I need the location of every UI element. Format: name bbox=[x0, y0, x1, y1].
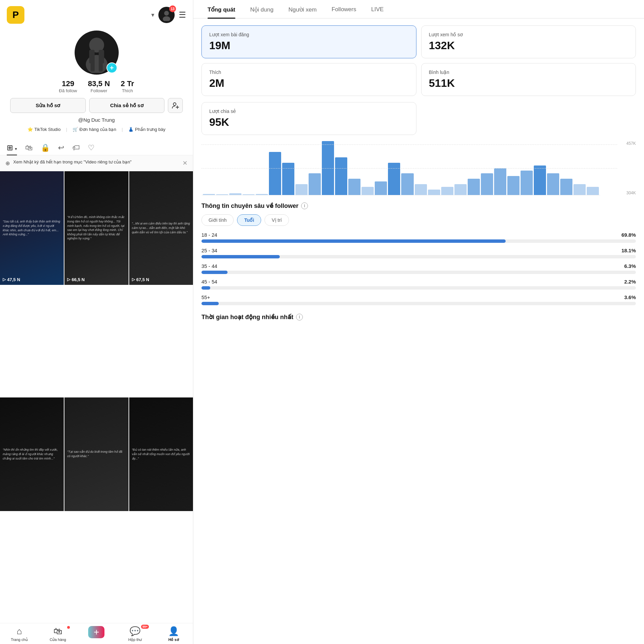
tab-noi-dung[interactable]: Nội dung bbox=[243, 0, 281, 18]
follower-section-title: Thông tin chuyên sâu về follower i bbox=[201, 202, 636, 210]
hamburger-icon[interactable]: ☰ bbox=[179, 10, 186, 20]
comments-card-value: 511K bbox=[429, 77, 628, 90]
chart-bar bbox=[242, 194, 255, 195]
chart-bar bbox=[481, 173, 493, 195]
chart-bar bbox=[309, 173, 321, 195]
info-icon[interactable]: i bbox=[301, 202, 308, 209]
tab-liked[interactable]: ♡ bbox=[88, 140, 95, 155]
profile-views-value: 132K bbox=[429, 39, 628, 52]
video-text-4: "Nhìn thì ổn những tìm thì đây vết xước,… bbox=[3, 448, 61, 461]
age-bar-row: 55+ 3.6% bbox=[201, 294, 636, 305]
p-logo: P bbox=[7, 6, 24, 24]
tab-tong-quat[interactable]: Tổng quát bbox=[200, 0, 243, 18]
views-card-value: 19M bbox=[209, 39, 409, 52]
play-icon-3: ▷ bbox=[132, 277, 135, 282]
filter-age[interactable]: Tuổi bbox=[237, 214, 261, 226]
lock-icon: 🔒 bbox=[41, 143, 50, 152]
video-count-2: ▷ 66,5 N bbox=[67, 277, 84, 282]
video-cell-2[interactable]: "Kể từ hôm đó, mình không còn thắc mắc t… bbox=[64, 171, 128, 285]
tab-nguoi-xem[interactable]: Người xem bbox=[281, 0, 324, 18]
svg-point-0 bbox=[164, 11, 169, 16]
nav-home-label: Trang chủ bbox=[11, 638, 28, 642]
shares-value: 95K bbox=[209, 116, 409, 129]
shares-label: Lượt chia sẻ bbox=[209, 109, 409, 114]
age-bar-track bbox=[201, 302, 636, 305]
filter-gender[interactable]: Giới tính bbox=[201, 214, 234, 226]
tab-locked[interactable]: 🔒 bbox=[41, 140, 50, 155]
notification-badge: 13 bbox=[169, 5, 176, 12]
svg-rect-4 bbox=[89, 50, 95, 63]
tab-shop[interactable]: 🛍 bbox=[25, 140, 33, 155]
nav-shop[interactable]: 🛍 Cửa hàng bbox=[39, 626, 77, 642]
filter-location[interactable]: Vị trí bbox=[265, 214, 289, 226]
profile-views-label: Lượt xem hồ sơ bbox=[429, 32, 628, 37]
likes-count: 2 Tr bbox=[121, 79, 134, 88]
create-button[interactable]: + bbox=[88, 626, 104, 638]
chevron-down-icon[interactable]: ▾ bbox=[151, 11, 154, 19]
svg-point-3 bbox=[86, 55, 108, 73]
notification-info-icon: ⊕ bbox=[5, 160, 10, 167]
nav-inbox[interactable]: 💬 99+ Hộp thư bbox=[116, 626, 154, 642]
age-bar-track bbox=[201, 271, 636, 274]
stat-card-likes: Thích 2M bbox=[201, 63, 416, 96]
share-profile-button[interactable]: Chia sẻ hồ sơ bbox=[89, 98, 165, 113]
nav-create[interactable]: + bbox=[77, 626, 116, 642]
video-cell-4[interactable]: "Nhìn thì ổn những tìm thì đây vết xước,… bbox=[0, 397, 64, 511]
followers-label: Follower bbox=[91, 88, 107, 93]
age-bar-row: 25 - 34 18.1% bbox=[201, 248, 636, 258]
header-right: ▾ 13 ☰ bbox=[151, 7, 186, 23]
separator-2: | bbox=[122, 127, 123, 132]
views-card-label: Lượt xem bài đăng bbox=[209, 32, 409, 37]
profile-nav-icon: 👤 bbox=[168, 626, 179, 637]
likes-card-value: 2M bbox=[209, 77, 409, 90]
age-bar-track bbox=[201, 255, 636, 258]
age-bar-row: 35 - 44 6.3% bbox=[201, 263, 636, 274]
video-cell-3[interactable]: "...khi ai em cảm điều trên tay thì anh … bbox=[129, 171, 193, 285]
age-bar-row: 18 - 24 69.8% bbox=[201, 232, 636, 243]
chart-bar bbox=[269, 152, 281, 195]
chart-bar bbox=[295, 184, 308, 195]
stat-following: 129 Đã follow bbox=[59, 79, 77, 93]
age-bar-header: 45 - 54 2.2% bbox=[201, 279, 636, 285]
chart-bar bbox=[428, 190, 440, 195]
shop-dot bbox=[67, 626, 70, 629]
orders-link[interactable]: 🛒 Đơn hàng của bạn bbox=[73, 127, 116, 132]
age-bar-track bbox=[201, 286, 636, 290]
tab-followers[interactable]: Followers bbox=[324, 0, 364, 18]
tab-repost[interactable]: ↩ bbox=[58, 140, 64, 155]
tab-tagged[interactable]: 🏷 bbox=[72, 140, 80, 155]
active-time-info-icon[interactable]: i bbox=[296, 314, 303, 320]
chart-bar bbox=[388, 163, 400, 195]
add-avatar-button[interactable]: + bbox=[106, 62, 117, 73]
age-bar-fill bbox=[201, 271, 228, 274]
video-cell-1[interactable]: "Sau tất cả, anh thấy bản thân anh không… bbox=[0, 171, 64, 285]
tab-live[interactable]: LIVE bbox=[364, 0, 391, 18]
tiktok-studio-link[interactable]: ⭐ TikTok Studio bbox=[27, 127, 61, 132]
showcase-link[interactable]: 👗 Phần trưng bày bbox=[128, 127, 165, 132]
chart-bar bbox=[401, 173, 413, 195]
edit-profile-button[interactable]: Sửa hồ sơ bbox=[10, 98, 86, 113]
video-count-1: ▷ 47,5 N bbox=[3, 277, 20, 282]
age-bar-fill bbox=[201, 255, 280, 258]
age-bars-container: 18 - 24 69.8% 25 - 34 18.1% 35 - 44 6.3% bbox=[201, 232, 636, 305]
chart-bar bbox=[507, 176, 520, 195]
nav-home[interactable]: ⌂ Trang chủ bbox=[0, 626, 39, 642]
tab-videos[interactable]: ⊞ ▾ bbox=[7, 140, 17, 155]
age-range: 45 - 54 bbox=[201, 279, 217, 285]
person-add-icon bbox=[172, 102, 179, 109]
shop-nav-icon: 🛍 bbox=[54, 626, 62, 637]
right-content: Lượt xem bài đăng 19M Lượt xem hồ sơ 132… bbox=[193, 19, 644, 644]
nav-profile[interactable]: 👤 Hồ sơ bbox=[154, 626, 193, 642]
add-friend-button[interactable] bbox=[168, 98, 183, 113]
notification-close-button[interactable]: ✕ bbox=[182, 159, 188, 167]
content-tabs-row: ⊞ ▾ 🛍 🔒 ↩ 🏷 ♡ bbox=[0, 140, 193, 155]
nav-shop-label: Cửa hàng bbox=[50, 638, 66, 642]
stat-card-shares: Lượt chia sẻ 95K bbox=[201, 102, 416, 135]
action-buttons: Sửa hồ sơ Chia sẻ hồ sơ bbox=[7, 98, 186, 113]
video-cell-5[interactable]: "Tại sao vẫn đủ du biết trong tâm hồ đã … bbox=[64, 397, 128, 511]
video-cell-6[interactable]: "Đủ có tan nát thêm nhiều lần nữa, anh v… bbox=[129, 397, 193, 511]
tiktok-studio-label: TikTok Studio bbox=[34, 127, 61, 132]
stat-likes: 2 Tr Thích bbox=[121, 79, 134, 93]
stat-card-views: Lượt xem bài đăng 19M bbox=[201, 25, 416, 58]
video-count-3: ▷ 67,5 N bbox=[132, 277, 149, 282]
